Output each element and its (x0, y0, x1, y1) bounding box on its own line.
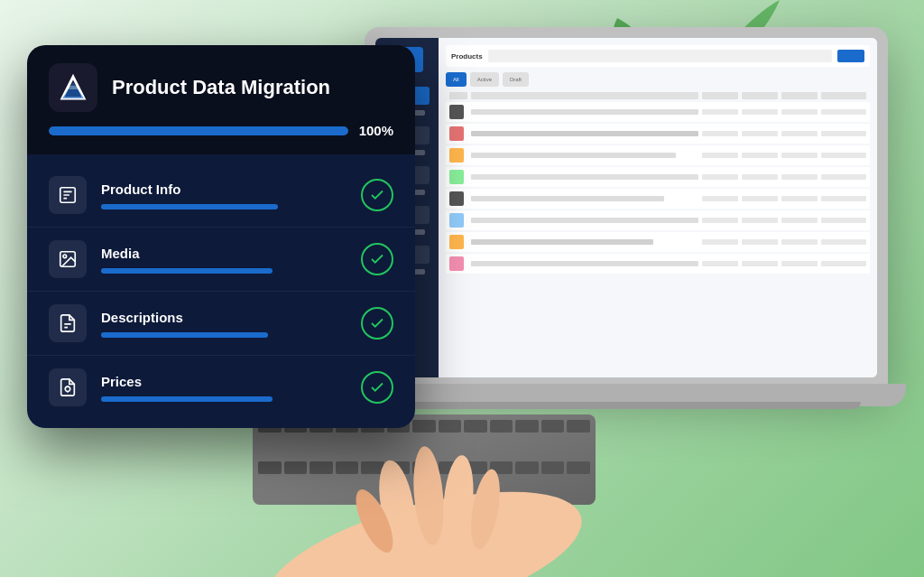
product-type-cell (781, 196, 818, 201)
media-progress (101, 268, 273, 274)
product-inv-cell (742, 239, 778, 245)
product-vendor-cell (821, 261, 866, 266)
product-vendor-cell (821, 196, 866, 201)
product-status-cell (702, 239, 738, 245)
product-name-cell (471, 218, 698, 223)
prices-check-icon (369, 379, 385, 396)
info-card: Product Data Migration 100% Product Info (27, 45, 415, 428)
product-status-cell (702, 196, 738, 201)
descriptions-check (361, 307, 393, 340)
prices-icon (58, 377, 78, 397)
hand-svg (235, 414, 614, 577)
card-header: Product Data Migration 100% (27, 45, 415, 154)
product-inv-cell (742, 218, 778, 223)
laptop-screen-inner: B Products (375, 38, 877, 377)
product-inv-cell (742, 131, 778, 136)
migration-item-prices: Prices (27, 356, 415, 419)
prices-icon-box (49, 368, 87, 406)
product-vendor-cell (821, 109, 866, 115)
product-inv-cell (742, 261, 778, 266)
product-info-icon-box (49, 176, 87, 214)
media-check-icon (369, 251, 385, 267)
descriptions-icon (58, 313, 78, 333)
product-name-cell (471, 239, 653, 245)
laptop-th-type (781, 92, 818, 99)
laptop-th-check (449, 92, 467, 99)
descriptions-progress (101, 332, 268, 338)
descriptions-check-icon (369, 315, 385, 331)
progress-bar-track (49, 126, 348, 135)
product-thumbnail (449, 213, 464, 228)
product-inv-cell (742, 174, 778, 180)
media-icon (58, 249, 78, 269)
product-type-cell (781, 174, 818, 180)
brand-logo-icon (59, 73, 88, 102)
svg-point-17 (65, 386, 70, 392)
laptop-th-name (471, 92, 698, 99)
table-row (446, 124, 870, 144)
card-body: Product Info Media (27, 154, 415, 428)
product-status-cell (702, 174, 738, 180)
product-type-cell (781, 218, 818, 223)
product-vendor-cell (821, 239, 866, 245)
product-type-cell (781, 153, 818, 158)
media-label: Media (101, 246, 346, 261)
product-thumbnail (449, 256, 464, 271)
table-row (446, 145, 870, 165)
migration-item-descriptions: Descriptions (27, 292, 415, 356)
product-type-cell (781, 239, 818, 245)
product-name-cell (471, 109, 698, 115)
laptop-tab-active[interactable]: Active (470, 72, 499, 87)
migration-item-product-info: Product Info (27, 163, 415, 228)
product-status-cell (702, 218, 738, 223)
product-thumbnail (449, 126, 464, 141)
product-status-cell (702, 109, 738, 115)
laptop-action-btn (837, 50, 864, 62)
laptop-col-headers (446, 92, 870, 99)
brand-logo (49, 63, 97, 112)
table-row (446, 167, 870, 187)
product-thumbnail (449, 235, 464, 249)
product-thumbnail (449, 170, 464, 184)
svg-rect-8 (68, 86, 79, 89)
prices-progress (101, 396, 273, 402)
laptop-table-header: Products (446, 45, 870, 67)
laptop-main: Products All Active Draft (439, 38, 877, 377)
product-info-icon (58, 185, 78, 205)
progress-row: 100% (49, 123, 393, 138)
laptop-tabs: All Active Draft (446, 72, 870, 87)
laptop-screen: B Products (365, 27, 888, 388)
product-inv-cell (742, 196, 778, 201)
product-info-check (361, 179, 393, 211)
product-name-cell (471, 153, 676, 158)
product-info-check-icon (369, 187, 385, 203)
descriptions-label: Descriptions (101, 310, 346, 325)
laptop-search-bar (488, 50, 832, 62)
media-icon-box (49, 240, 87, 278)
prices-label: Prices (101, 374, 346, 389)
descriptions-icon-box (49, 304, 87, 342)
svg-point-14 (63, 255, 67, 258)
product-type-cell (781, 131, 818, 136)
product-name-cell (471, 261, 698, 266)
media-check (361, 243, 393, 275)
laptop-tab-draft[interactable]: Draft (503, 72, 529, 87)
product-name-cell (471, 131, 698, 136)
product-vendor-cell (821, 131, 866, 136)
progress-bar-fill (49, 126, 348, 135)
product-status-cell (702, 131, 738, 136)
laptop-th-status (702, 92, 738, 99)
product-vendor-cell (821, 174, 866, 180)
product-status-cell (702, 261, 738, 266)
product-thumbnail (449, 191, 464, 206)
laptop-tab-all[interactable]: All (446, 72, 467, 87)
product-info-label: Product Info (101, 181, 346, 197)
product-vendor-cell (821, 153, 866, 158)
laptop-page-title: Products (451, 52, 483, 60)
table-row (446, 232, 870, 252)
laptop-th-inv (742, 92, 778, 99)
product-name-cell (471, 174, 698, 180)
card-header-top: Product Data Migration (49, 63, 393, 112)
media-content: Media (101, 246, 346, 274)
product-inv-cell (742, 153, 778, 158)
